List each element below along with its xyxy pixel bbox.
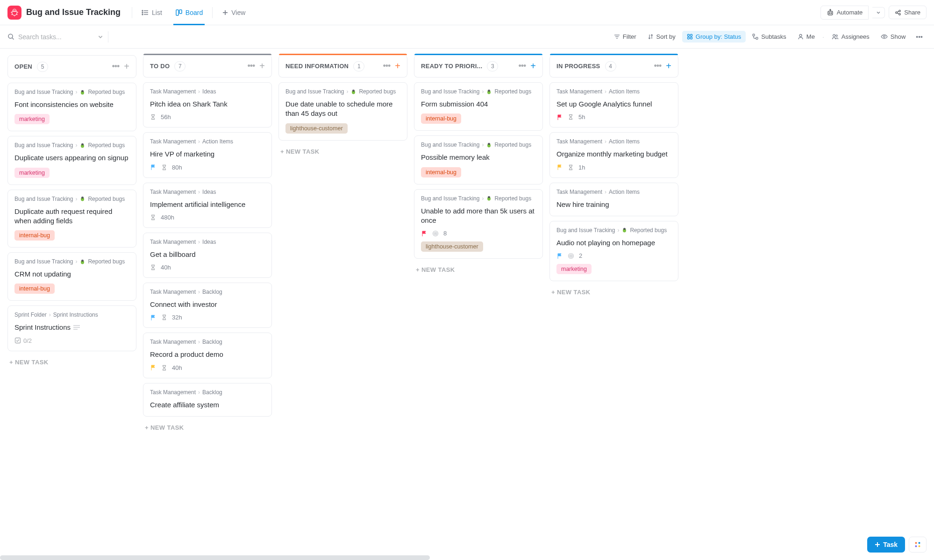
task-card[interactable]: Task Management›Ideas Implement artifici… xyxy=(143,183,272,228)
flag-icon[interactable] xyxy=(556,253,563,259)
column-header[interactable]: OPEN 5 ••• + xyxy=(7,55,136,78)
task-card[interactable]: Bug and Issue Tracking›Reported bugs Pos… xyxy=(414,135,543,184)
breadcrumb[interactable]: Bug and Issue Tracking›Reported bugs xyxy=(14,196,129,202)
svg-point-44 xyxy=(81,197,84,198)
tag-internal-bug[interactable]: internal-bug xyxy=(14,230,55,241)
breadcrumb[interactable]: Bug and Issue Tracking›Reported bugs xyxy=(14,142,129,149)
breadcrumb[interactable]: Task Management›Ideas xyxy=(150,88,265,95)
breadcrumb[interactable]: Task Management›Action Items xyxy=(556,138,671,145)
column-add[interactable]: + xyxy=(666,61,671,71)
toolbar-more[interactable]: ••• xyxy=(912,31,927,43)
tag-marketing[interactable]: marketing xyxy=(14,168,50,178)
breadcrumb[interactable]: Bug and Issue Tracking›Reported bugs xyxy=(14,258,129,265)
search-input[interactable] xyxy=(18,33,88,41)
breadcrumb[interactable]: Bug and Issue Tracking›Reported bugs xyxy=(556,227,671,234)
task-card[interactable]: Task Management›Action Items Hire VP of … xyxy=(143,132,272,177)
column-more[interactable]: ••• xyxy=(383,61,390,71)
tag-internal-bug[interactable]: internal-bug xyxy=(421,113,461,124)
flag-icon[interactable] xyxy=(150,314,157,321)
add-view-button[interactable]: View xyxy=(215,0,252,25)
tag-lighthouse-customer[interactable]: lighthouse-customer xyxy=(285,123,348,134)
column-more[interactable]: ••• xyxy=(247,61,255,71)
task-card[interactable]: Task Management›Action Items Organize mo… xyxy=(549,132,678,177)
column-add[interactable]: + xyxy=(259,61,265,71)
flag-icon[interactable] xyxy=(150,164,157,170)
column-header[interactable]: .col-header.barred:nth-child(1)::before{… xyxy=(278,55,407,78)
column-add[interactable]: + xyxy=(124,61,129,72)
new-task-link[interactable]: + NEW TASK xyxy=(7,356,136,369)
group-button[interactable]: Group by: Status xyxy=(682,31,746,43)
show-button[interactable]: Show xyxy=(876,31,911,43)
column-add[interactable]: + xyxy=(395,61,400,71)
task-card[interactable]: Bug and Issue Tracking›Reported bugs Due… xyxy=(278,82,407,141)
column-name: TO DO xyxy=(150,63,170,70)
tab-board[interactable]: Board xyxy=(169,0,209,25)
task-card[interactable]: Bug and Issue Tracking›Reported bugs Fon… xyxy=(7,83,136,131)
task-card[interactable]: Bug and Issue Tracking›Reported bugs For… xyxy=(414,82,543,131)
tag-marketing[interactable]: marketing xyxy=(556,264,592,274)
task-card[interactable]: Task Management›Backlog Connect with inv… xyxy=(143,283,272,328)
breadcrumb[interactable]: Task Management›Backlog xyxy=(150,289,265,295)
breadcrumb[interactable]: Task Management›Backlog xyxy=(150,389,265,396)
breadcrumb[interactable]: Bug and Issue Tracking›Reported bugs xyxy=(421,88,536,95)
search-dropdown[interactable] xyxy=(98,34,103,40)
breadcrumb[interactable]: Task Management›Ideas xyxy=(150,239,265,245)
divider xyxy=(132,7,132,18)
new-task-link[interactable]: + NEW TASK xyxy=(143,421,272,434)
breadcrumb[interactable]: Bug and Issue Tracking›Reported bugs xyxy=(14,89,129,95)
column-more[interactable]: ••• xyxy=(518,61,526,71)
automate-dropdown[interactable] xyxy=(872,7,885,18)
breadcrumb[interactable]: Bug and Issue Tracking›Reported bugs xyxy=(421,142,536,148)
task-card[interactable]: Task Management›Backlog Create affiliate… xyxy=(143,383,272,417)
task-card[interactable]: Bug and Issue Tracking›Reported bugs Dup… xyxy=(7,136,136,184)
column-header[interactable]: .col-header.barred:nth-child(1)::before{… xyxy=(549,55,678,78)
task-card[interactable]: Bug and Issue Tracking›Reported bugs Aud… xyxy=(549,221,678,281)
filter-button[interactable]: Filter xyxy=(609,31,641,43)
breadcrumb[interactable]: Sprint Folder›Sprint Instructions xyxy=(14,312,129,318)
tag-marketing[interactable]: marketing xyxy=(14,114,50,124)
tab-list[interactable]: List xyxy=(135,0,169,25)
new-task-link[interactable]: + NEW TASK xyxy=(549,286,678,298)
tag-lighthouse-customer[interactable]: lighthouse-customer xyxy=(421,241,483,252)
sort-button[interactable]: Sort by xyxy=(643,31,680,43)
flag-icon[interactable] xyxy=(421,230,428,237)
automate-button[interactable]: Automate xyxy=(820,6,869,20)
task-card[interactable]: Bug and Issue Tracking›Reported bugs Una… xyxy=(414,189,543,259)
tag-internal-bug[interactable]: internal-bug xyxy=(421,167,461,177)
flag-icon[interactable] xyxy=(556,114,563,121)
share-button[interactable]: Share xyxy=(889,6,927,19)
column: OPEN 5 ••• + Bug and Issue Tracking›Repo… xyxy=(7,55,136,369)
flag-icon[interactable] xyxy=(150,364,157,371)
svg-point-15 xyxy=(896,12,898,14)
assignees-button[interactable]: Assignees xyxy=(827,31,874,43)
me-button[interactable]: Me xyxy=(793,31,820,43)
task-card[interactable]: Task Management›Ideas Pitch idea on Shar… xyxy=(143,82,272,128)
column-header[interactable]: .col-header.barred:nth-child(1)::before{… xyxy=(414,55,543,78)
share-icon xyxy=(895,9,901,16)
flag-icon[interactable] xyxy=(556,164,563,170)
board-icon xyxy=(175,9,183,16)
task-card[interactable]: Task Management›Ideas Get a billboard 40… xyxy=(143,233,272,278)
task-card[interactable]: Task Management›Backlog Record a product… xyxy=(143,333,272,378)
breadcrumb[interactable]: Task Management›Action Items xyxy=(556,189,671,195)
column-header[interactable]: .col-header.barred:nth-child(1)::before{… xyxy=(143,55,272,78)
breadcrumb[interactable]: Task Management›Action Items xyxy=(556,88,671,95)
task-card[interactable]: Task Management›Action Items New hire tr… xyxy=(549,183,678,216)
subtasks-button[interactable]: Subtasks xyxy=(748,31,791,43)
task-card[interactable]: Bug and Issue Tracking›Reported bugs Dup… xyxy=(7,190,136,248)
task-card[interactable]: Bug and Issue Tracking›Reported bugs CRM… xyxy=(7,252,136,301)
breadcrumb[interactable]: Bug and Issue Tracking›Reported bugs xyxy=(421,195,536,202)
column-more[interactable]: ••• xyxy=(112,62,119,71)
new-task-link[interactable]: + NEW TASK xyxy=(278,145,407,158)
checklist-count: 0/2 xyxy=(23,337,32,344)
task-card[interactable]: Sprint Folder›Sprint Instructions Sprint… xyxy=(7,305,136,351)
breadcrumb[interactable]: Bug and Issue Tracking›Reported bugs xyxy=(285,88,400,95)
new-task-link[interactable]: + NEW TASK xyxy=(414,263,543,276)
column-add[interactable]: + xyxy=(530,61,536,71)
breadcrumb[interactable]: Task Management›Ideas xyxy=(150,189,265,195)
column-more[interactable]: ••• xyxy=(654,61,661,71)
task-card[interactable]: Task Management›Action Items Set up Goog… xyxy=(549,82,678,128)
tag-internal-bug[interactable]: internal-bug xyxy=(14,284,55,294)
breadcrumb[interactable]: Task Management›Action Items xyxy=(150,138,265,145)
breadcrumb[interactable]: Task Management›Backlog xyxy=(150,339,265,345)
